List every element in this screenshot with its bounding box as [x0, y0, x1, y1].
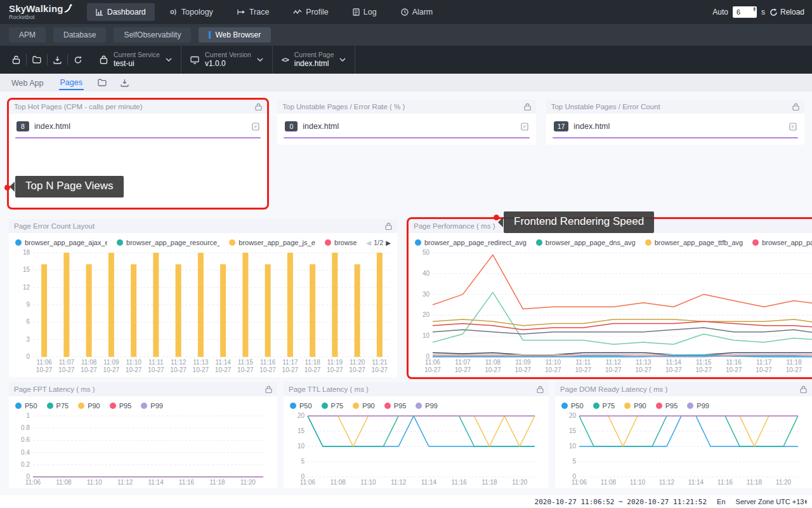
- current-version-selector[interactable]: Current Version v1.0.0: [181, 46, 273, 74]
- stepper-arrows-icon[interactable]: ▴▾: [753, 6, 756, 11]
- page-entry-row[interactable]: 17 index.html: [553, 119, 798, 131]
- svg-text:11:10: 11:10: [87, 479, 103, 486]
- svg-text:11:08: 11:08: [81, 359, 97, 366]
- lock-icon[interactable]: [385, 222, 392, 230]
- legend-dot: [78, 403, 84, 409]
- entry-value-badge: 8: [16, 121, 29, 131]
- page-performance-card: Page Performance ( ms ) browser_app_page…: [409, 219, 812, 377]
- folder-icon[interactable]: [98, 79, 107, 86]
- page-error-count-chart: browser_app_page_ajax_error_sumbrowser_a…: [9, 233, 397, 377]
- legend-browser_app_page_dns_avg[interactable]: browser_app_page_dns_avg: [536, 239, 636, 246]
- card-header: Top Hot Pages (CPM - calls per minute): [9, 100, 267, 114]
- tab-pages[interactable]: Pages: [59, 75, 84, 90]
- svg-text:9: 9: [26, 301, 30, 308]
- page-fpt-latency-chart: P50P75P90P95P9900.20.40.60.8111:0611:081…: [9, 396, 277, 488]
- legend-P90[interactable]: P90: [78, 402, 100, 410]
- svg-text:10-27: 10-27: [665, 366, 682, 373]
- lock-icon[interactable]: [537, 385, 544, 393]
- group-selfobservability[interactable]: SelfObservability: [114, 27, 191, 43]
- selector-value: test-ui: [114, 59, 160, 69]
- nav-item-trace[interactable]: Trace: [228, 3, 278, 21]
- legend-P50[interactable]: P50: [290, 402, 312, 410]
- svg-text:11:06: 11:06: [572, 479, 587, 486]
- legend-browser_app_page_js_error_sum[interactable]: browser_app_page_js_error_sum: [229, 239, 315, 246]
- svg-text:20: 20: [422, 311, 430, 318]
- legend-P75[interactable]: P75: [593, 402, 615, 410]
- copy-list-icon[interactable]: [521, 123, 528, 131]
- legend-browser_app_page_redirect_avg[interactable]: browser_app_page_redirect_avg: [415, 239, 527, 246]
- svg-text:11:10: 11:10: [630, 479, 646, 486]
- legend-browser_app_page_tcp_avg[interactable]: browser_app_page_tcp_avg: [752, 239, 812, 246]
- page-entry-row[interactable]: 8 index.html: [15, 119, 261, 131]
- group-database[interactable]: Database: [53, 27, 106, 43]
- dashboard-group-bar: APM Database SelfObservability Web Brows…: [0, 24, 812, 46]
- group-web-browser[interactable]: Web Browser: [199, 27, 271, 43]
- nav-item-alarm[interactable]: Alarm: [392, 3, 442, 21]
- folder-import-button[interactable]: [27, 56, 47, 64]
- nav-label: Dashboard: [107, 8, 146, 17]
- legend-browser_app_page_resource_error_sum[interactable]: browser_app_page_resource_error_sum: [117, 239, 219, 246]
- legend-P75[interactable]: P75: [322, 402, 344, 410]
- legend-P95[interactable]: P95: [656, 402, 678, 410]
- legend-P95[interactable]: P95: [384, 402, 407, 410]
- legend-P99[interactable]: P99: [687, 402, 709, 410]
- lock-icon[interactable]: [265, 385, 272, 393]
- reload-button[interactable]: Reload: [769, 8, 804, 17]
- legend-P90[interactable]: P90: [353, 402, 375, 410]
- active-indicator-bar: [209, 31, 211, 39]
- prev-page-arrow[interactable]: ◀: [366, 239, 371, 246]
- lock-edit-button[interactable]: [6, 55, 26, 64]
- lock-icon[interactable]: [255, 103, 262, 110]
- lock-icon[interactable]: [792, 103, 799, 110]
- nav-item-dashboard[interactable]: Dashboard: [87, 3, 155, 21]
- app-logo[interactable]: SkyWalking Rocketbot: [0, 4, 84, 20]
- lock-icon[interactable]: [524, 103, 531, 110]
- lock-icon[interactable]: [800, 385, 807, 393]
- language-selector[interactable]: En: [717, 498, 725, 505]
- legend-P75[interactable]: P75: [47, 402, 69, 410]
- legend-P50[interactable]: P50: [15, 402, 37, 410]
- svg-text:10-27: 10-27: [349, 366, 365, 373]
- export-download-button[interactable]: [48, 56, 67, 64]
- legend-P99[interactable]: P99: [141, 402, 163, 410]
- nav-item-profile[interactable]: Profile: [284, 3, 337, 21]
- legend-browser_app_page_ttfb_avg[interactable]: browser_app_page_ttfb_avg: [645, 239, 743, 246]
- legend-P99[interactable]: P99: [416, 402, 438, 410]
- legend-browser_a[interactable]: browser_a: [325, 239, 357, 246]
- legend-P50[interactable]: P50: [561, 402, 584, 410]
- legend-P90[interactable]: P90: [624, 402, 646, 410]
- current-page-selector[interactable]: <> Current Page index.html: [273, 46, 355, 74]
- legend-dot: [15, 239, 22, 246]
- svg-text:10: 10: [569, 443, 577, 450]
- time-range[interactable]: 2020-10-27 11:06:52 ~ 2020-10-27 11:21:5…: [535, 498, 707, 506]
- svg-text:11:12: 11:12: [171, 359, 187, 366]
- sync-refresh-button[interactable]: [68, 56, 88, 64]
- legend-browser_app_page_ajax_error_sum[interactable]: browser_app_page_ajax_error_sum: [15, 239, 107, 246]
- svg-text:11:10: 11:10: [360, 479, 376, 486]
- current-service-selector[interactable]: Current Service test-ui: [91, 46, 181, 74]
- legend-label: browser_app_page_redirect_avg: [424, 239, 527, 246]
- nav-item-log[interactable]: Log: [344, 3, 386, 21]
- stepper-arrows-icon[interactable]: ▴▾: [804, 499, 807, 504]
- svg-text:11:12: 11:12: [659, 479, 675, 486]
- copy-list-icon[interactable]: [789, 123, 797, 131]
- next-page-arrow[interactable]: ▶: [386, 239, 391, 246]
- nav-item-topology[interactable]: Topology: [161, 3, 222, 21]
- page-entry-row[interactable]: 0 index.html: [284, 119, 529, 131]
- auto-interval-input[interactable]: 6 ▴▾: [733, 6, 757, 18]
- svg-text:15: 15: [569, 427, 577, 434]
- logo-title: SkyWalking: [9, 4, 63, 13]
- page-dom-ready-latency-chart: P50P75P90P95P990510152011:0611:0811:1011…: [555, 396, 812, 488]
- svg-text:11:09: 11:09: [515, 359, 531, 366]
- chevron-down-icon: [339, 58, 346, 62]
- download-icon[interactable]: [121, 79, 129, 87]
- svg-text:0.6: 0.6: [21, 436, 30, 443]
- server-zone-control[interactable]: Server Zone UTC + 13 ▴▾: [736, 498, 807, 505]
- legend-dot: [15, 403, 22, 409]
- svg-text:10-27: 10-27: [193, 366, 209, 373]
- group-apm[interactable]: APM: [9, 27, 46, 43]
- copy-list-icon[interactable]: [252, 123, 259, 131]
- svg-text:10-27: 10-27: [372, 366, 388, 373]
- tab-web-app[interactable]: Web App: [10, 76, 45, 90]
- legend-P95[interactable]: P95: [110, 402, 132, 410]
